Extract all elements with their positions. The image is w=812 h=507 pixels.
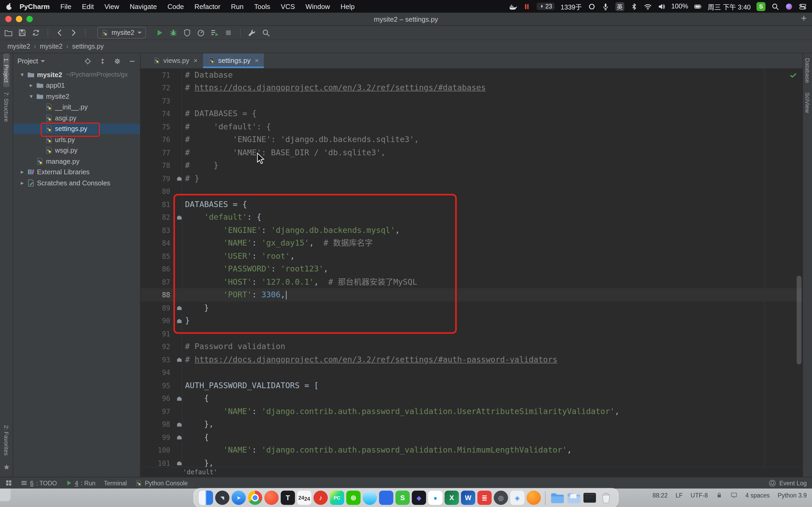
net-speed-text[interactable]: 1339于: [561, 1, 582, 11]
line-number[interactable]: 96: [141, 395, 173, 402]
pause-indicator-icon[interactable]: [522, 2, 530, 10]
line-number[interactable]: 75: [141, 123, 173, 131]
tree-item-scratches-and-consoles[interactable]: ▸Scratches and Consoles: [13, 177, 140, 188]
breadcrumb-item-settings.py[interactable]: settings.py: [72, 43, 104, 50]
line-separator[interactable]: LF: [676, 492, 683, 498]
line-number[interactable]: 91: [141, 330, 173, 338]
toolwindow-button-sciview[interactable]: SciView: [804, 88, 811, 118]
fold-marker-icon[interactable]: [177, 461, 182, 465]
open-button[interactable]: [4, 29, 13, 37]
line-number[interactable]: 98: [141, 420, 173, 428]
run-config-selector[interactable]: mysite2: [97, 27, 146, 39]
tree-arrow-icon[interactable]: ▸: [18, 169, 26, 176]
code-line-73[interactable]: 73: [141, 95, 803, 108]
editor-breadcrumb[interactable]: 'default': [141, 467, 803, 477]
menubar-menu-run[interactable]: Run: [226, 2, 249, 10]
code-line-99[interactable]: 99 {: [141, 431, 803, 444]
gear-icon[interactable]: [114, 58, 121, 65]
menubar-menu-edit[interactable]: Edit: [77, 2, 99, 10]
save-all-button[interactable]: [18, 29, 27, 37]
line-number[interactable]: 94: [141, 369, 173, 377]
code-line-92[interactable]: 92# Password validation: [141, 340, 803, 353]
add-icon[interactable]: [800, 14, 808, 22]
control-center-icon[interactable]: [799, 2, 807, 10]
dock-documents-folder-icon[interactable]: [566, 491, 580, 505]
zoom-window-button[interactable]: [27, 16, 33, 22]
fold-marker-icon[interactable]: [177, 319, 182, 323]
favorites-star[interactable]: [3, 463, 10, 473]
search-everywhere-button[interactable]: [262, 29, 270, 37]
fold-marker-icon[interactable]: [177, 215, 182, 219]
code-line-85[interactable]: 85 'USER': 'root',: [141, 250, 803, 263]
line-number[interactable]: 84: [141, 239, 173, 247]
dock-finder-icon[interactable]: [199, 491, 213, 505]
interpreter-info[interactable]: Python 3.9: [778, 492, 807, 498]
line-number[interactable]: 74: [141, 110, 173, 118]
code-line-98[interactable]: 98 },: [141, 418, 803, 431]
back-button[interactable]: [55, 29, 64, 37]
dock-blue-messenger-app-icon[interactable]: ➤: [232, 491, 246, 505]
code-line-101[interactable]: 101 },: [141, 457, 803, 467]
spotlight-icon[interactable]: [771, 2, 779, 10]
dock-typora-icon[interactable]: T: [281, 491, 295, 505]
dock-netease-music-icon[interactable]: ♪: [313, 491, 328, 505]
code-line-83[interactable]: 83 'ENGINE': 'django.db.backends.mysql',: [141, 224, 803, 237]
code-line-74[interactable]: 74# DATABASES = {: [141, 108, 803, 120]
tree-item-wsgi-py[interactable]: wsgi.py: [13, 145, 140, 156]
code-line-84[interactable]: 84 'NAME': 'gx_day15', # 数据库名字: [141, 237, 803, 250]
code-line-94[interactable]: 94: [141, 366, 803, 379]
line-number[interactable]: 97: [141, 407, 173, 415]
settings-wrench-button[interactable]: [248, 29, 256, 37]
fold-marker-icon[interactable]: [177, 396, 182, 401]
menubar-menu-help[interactable]: Help: [335, 2, 360, 10]
line-number[interactable]: 73: [141, 97, 173, 105]
battery-icon[interactable]: [694, 2, 702, 10]
tab-settings-py[interactable]: settings.py×: [203, 53, 264, 68]
sogou-input-icon[interactable]: S: [757, 2, 765, 11]
line-number[interactable]: 72: [141, 84, 173, 92]
tree-item-__init__-py[interactable]: __init__.py: [13, 102, 140, 112]
wifi-icon[interactable]: [644, 2, 652, 10]
dock-orange-app-icon[interactable]: [526, 491, 541, 505]
menubar-menu-view[interactable]: View: [99, 2, 124, 10]
code-line-97[interactable]: 97 'NAME': 'django.contrib.auth.password…: [141, 405, 803, 418]
dock-red-docs-app-icon[interactable]: ≣: [477, 491, 492, 505]
run-toolwindow-button[interactable]: 4: Run: [65, 480, 95, 487]
dock-wechat-icon[interactable]: ⦾: [346, 491, 361, 505]
fold-marker-icon[interactable]: [177, 422, 182, 427]
code-line-91[interactable]: 91: [141, 327, 803, 340]
code-line-95[interactable]: 95AUTH_PASSWORD_VALIDATORS = [: [141, 379, 803, 392]
dock-window-preview-icon[interactable]: [582, 491, 597, 505]
dock-qq-app-icon[interactable]: [363, 491, 377, 505]
code-line-89[interactable]: 89 }: [141, 301, 803, 315]
line-number[interactable]: 71: [141, 71, 173, 79]
code-line-72[interactable]: 72# https://docs.djangoproject.com/en/3.…: [141, 81, 803, 95]
line-number[interactable]: 76: [141, 136, 173, 144]
dock-downloads-folder-icon[interactable]: [550, 491, 564, 505]
line-number[interactable]: 83: [141, 226, 173, 234]
code-line-81[interactable]: 81DATABASES = {: [141, 198, 803, 211]
microphone-icon[interactable]: [601, 2, 609, 10]
tree-item-mysite2[interactable]: ▾mysite2: [13, 91, 140, 102]
tree-item-app01[interactable]: ▸app01: [13, 80, 140, 91]
line-number[interactable]: 77: [141, 149, 173, 157]
tree-item-mysite2[interactable]: ▾mysite2~/PycharmProjects/gx: [13, 69, 140, 80]
dock-gray-circle-app-icon[interactable]: ◎: [494, 491, 508, 505]
line-number[interactable]: 89: [141, 304, 173, 312]
bluetooth-icon[interactable]: [630, 2, 638, 10]
readonly-lock-icon[interactable]: [716, 492, 723, 499]
inspection-check-icon[interactable]: [789, 71, 797, 79]
tab-views-py[interactable]: views.py×: [148, 53, 203, 68]
close-icon[interactable]: ×: [194, 57, 197, 65]
fold-marker-icon[interactable]: [177, 176, 182, 181]
project-panel-title[interactable]: Project: [17, 58, 38, 65]
tree-item-external-libraries[interactable]: ▸External Libraries: [13, 167, 140, 177]
menubar-clock[interactable]: 周三 下午 3:40: [708, 1, 751, 11]
line-number[interactable]: 87: [141, 278, 173, 286]
line-number[interactable]: 92: [141, 343, 173, 351]
profiler-button[interactable]: [197, 29, 205, 37]
breadcrumb-item-mysite2[interactable]: mysite2: [40, 43, 63, 50]
collapse-all-icon[interactable]: [99, 58, 106, 65]
file-encoding[interactable]: UTF-8: [691, 492, 708, 498]
code-line-71[interactable]: 71# Database: [141, 69, 803, 81]
